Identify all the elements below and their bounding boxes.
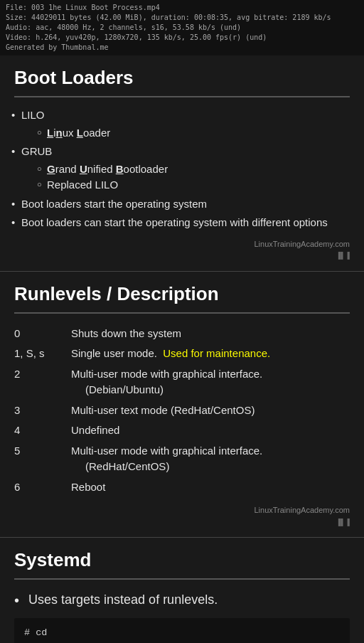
sub-item-grand-unified: Grand Unified Bootloader <box>38 161 350 178</box>
runlevel-desc: Undefined <box>71 420 350 441</box>
list-item-start-different: Boot loaders can start the operating sys… <box>14 215 350 231</box>
code-line: # cd <box>24 625 340 642</box>
table-row: 6Reboot <box>14 477 350 498</box>
runlevel-desc: Single user mode. Used for maintenance. <box>71 344 350 364</box>
table-row: 3Multi-user text mode (RedHat/CentOS) <box>14 400 350 421</box>
table-row: 5Multi-user mode with graphical interfac… <box>14 441 350 477</box>
grub-sublist: Grand Unified Bootloader Replaced LILO <box>21 161 350 193</box>
runlevel-number: 6 <box>14 477 71 498</box>
file-info-line2: Size: 44029011 bytes (42.00 MiB), durati… <box>6 13 358 23</box>
list-item-start-os: Boot loaders start the operating system <box>14 196 350 213</box>
lilo-sublist: Linux Loader <box>21 125 350 142</box>
file-info-line4: Video: h.264, yuv420p, 1280x720, 135 kb/… <box>6 33 358 43</box>
runlevel-desc: Multi-user mode with graphical interface… <box>71 364 350 400</box>
sub-item-replaced-lilo: Replaced LILO <box>38 177 350 193</box>
runlevel-number: 2 <box>14 364 71 400</box>
sub-item-linux-loader: Linux Loader <box>38 125 350 142</box>
table-row: 1, S, sSingle user mode. Used for mainte… <box>14 344 350 364</box>
runlevel-number: 3 <box>14 400 71 421</box>
boot-loaders-section: Boot Loaders LILO Linux Loader GRUB Gran… <box>0 55 364 272</box>
systemd-title: Systemd <box>14 546 350 580</box>
runlevel-number: 4 <box>14 420 71 441</box>
list-item-lilo: LILO Linux Loader <box>14 107 350 141</box>
list-item-grub: GRUB Grand Unified Bootloader Replaced L… <box>14 144 350 193</box>
runlevels-watermark: LinuxTrainingAcademy.com ▐▌▐ <box>14 504 350 527</box>
systemd-section: Systemd Uses targets instead of runlevel… <box>0 538 364 643</box>
systemd-bullet: Uses targets instead of runlevels. <box>14 590 350 611</box>
watermark-thumb: ▐▌▐ <box>14 251 350 261</box>
runlevels-section: Runlevels / Description 0Shuts down the … <box>0 272 364 538</box>
systemd-code-block: # cd/lib/systemd/system# ls -l runlevel5… <box>14 618 350 643</box>
grub-label: GRUB <box>21 145 52 157</box>
file-info-bar: File: 003 1he Linux Boot Process.mp4 Siz… <box>0 0 364 55</box>
table-row: 4Undefined <box>14 420 350 441</box>
lilo-label: LILO <box>21 109 45 121</box>
table-row: 0Shuts down the system <box>14 324 350 344</box>
runlevels-title: Runlevels / Description <box>14 280 350 314</box>
runlevel-number: 0 <box>14 324 71 344</box>
runlevel-desc: Multi-user mode with graphical interface… <box>71 441 350 477</box>
boot-loaders-watermark: LinuxTrainingAcademy.com ▐▌▐ <box>14 238 350 261</box>
file-info-line3: Audio: aac, 48000 Hz, 2 channels, s16, 5… <box>6 23 358 33</box>
runlevel-number: 5 <box>14 441 71 477</box>
boot-loaders-list: LILO Linux Loader GRUB Grand Unified Boo… <box>14 107 350 231</box>
file-info-line1: File: 003 1he Linux Boot Process.mp4 <box>6 3 358 13</box>
boot-loaders-title: Boot Loaders <box>14 64 350 97</box>
runlevel-desc: Multi-user text mode (RedHat/CentOS) <box>71 400 350 421</box>
table-row: 2Multi-user mode with graphical interfac… <box>14 364 350 400</box>
runlevel-number: 1, S, s <box>14 344 71 364</box>
runlevel-desc: Reboot <box>71 477 350 498</box>
file-info-line5: Generated by Thumbnal.me <box>6 43 358 53</box>
runlevels-table: 0Shuts down the system1, S, sSingle user… <box>14 324 350 498</box>
runlevel-desc: Shuts down the system <box>71 324 350 344</box>
